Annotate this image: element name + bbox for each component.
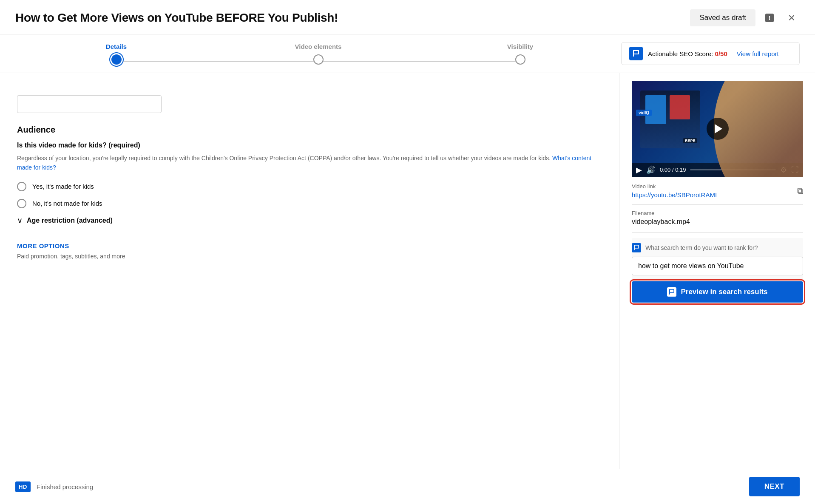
- processing-status: Finished processing: [37, 483, 93, 490]
- step2-label: Video elements: [295, 43, 342, 50]
- radio-no-label: No, it's not made for kids: [32, 200, 102, 207]
- modal-header: How to Get More Views on YouTube BEFORE …: [0, 0, 815, 34]
- right-panel: vidIQ REPE ▶ 🔊 0:00 / 0:19 ⚙: [619, 73, 815, 469]
- warning-icon: !: [764, 13, 775, 23]
- video-url-link[interactable]: https://youtu.be/SBPorotRAMI: [632, 191, 717, 198]
- seo-label: Actionable SEO Score: 0/50: [648, 50, 727, 57]
- seo-score: 0/50: [715, 50, 727, 57]
- preview-btn-label: Preview in search results: [681, 288, 767, 296]
- svg-marker-4: [634, 245, 639, 250]
- filename-label: Filename: [632, 210, 803, 216]
- steps-bar: Details Video elements Visibility: [0, 34, 815, 73]
- more-options-description: Paid promotion, tags, subtitles, and mor…: [17, 253, 602, 260]
- left-panel: Audience Is this video made for kids? (r…: [0, 73, 619, 469]
- step1-label: Details: [106, 43, 127, 50]
- svg-text:!: !: [769, 14, 771, 21]
- radio-yes-option[interactable]: Yes, it's made for kids: [17, 182, 602, 191]
- svg-marker-2: [633, 51, 639, 57]
- volume-control-button[interactable]: 🔊: [646, 165, 656, 175]
- modal-container: How to Get More Views on YouTube BEFORE …: [0, 0, 815, 504]
- step-details[interactable]: Details: [15, 43, 217, 65]
- video-info-section: Video link https://youtu.be/SBPorotRAMI …: [632, 177, 803, 303]
- step-line-2: [318, 61, 520, 62]
- kids-question: Is this video made for kids? (required): [17, 142, 602, 149]
- seo-flag-icon: [632, 50, 640, 57]
- preview-flag-icon: [669, 289, 675, 295]
- seo-search-hint: What search term do you want to rank for…: [645, 244, 758, 251]
- more-options-button[interactable]: MORE OPTIONS: [17, 242, 69, 249]
- play-button-overlay[interactable]: [707, 118, 729, 140]
- modal-body: Audience Is this video made for kids? (r…: [0, 73, 815, 469]
- next-button[interactable]: NEXT: [749, 477, 800, 496]
- step3-circle: [515, 54, 525, 65]
- audience-section-title: Audience: [17, 125, 602, 135]
- chevron-down-icon: ∨: [17, 216, 23, 225]
- video-link-row: Video link https://youtu.be/SBPorotRAMI …: [632, 183, 803, 205]
- modal-title: How to Get More Views on YouTube BEFORE …: [15, 11, 338, 25]
- product-box-2: [670, 95, 690, 119]
- play-triangle-icon: [715, 124, 722, 133]
- warning-button[interactable]: !: [761, 10, 778, 26]
- seo-search-input[interactable]: [632, 257, 803, 275]
- close-icon: ×: [788, 12, 795, 24]
- footer-left: HD Finished processing: [15, 481, 93, 492]
- preview-icon: [667, 287, 676, 297]
- vidiq-text-overlay: vidIQ: [636, 110, 652, 116]
- play-control-button[interactable]: ▶: [636, 165, 642, 175]
- copy-url-button[interactable]: ⧉: [797, 186, 803, 196]
- header-actions: Saved as draft ! ×: [690, 9, 800, 26]
- step2-circle: [313, 54, 324, 65]
- radio-yes-circle: [17, 182, 26, 191]
- time-display: 0:00 / 0:19: [660, 167, 686, 173]
- seo-view-report-link[interactable]: View full report: [737, 50, 779, 57]
- age-restriction-toggle[interactable]: ∨ Age restriction (advanced): [17, 216, 602, 225]
- seo-search-section: What search term do you want to rank for…: [632, 238, 803, 303]
- seo-mini-icon: [632, 243, 641, 252]
- hd-badge: HD: [15, 481, 31, 492]
- close-button[interactable]: ×: [784, 10, 800, 26]
- step-line-1: [116, 61, 318, 62]
- radio-yes-label: Yes, it's made for kids: [32, 183, 94, 190]
- step1-circle: [111, 54, 122, 65]
- seo-small-flag-icon: [633, 245, 639, 251]
- video-thumbnail: vidIQ REPE ▶ 🔊 0:00 / 0:19 ⚙: [632, 81, 803, 177]
- video-label-repe: REPE: [683, 138, 697, 143]
- coppa-description: Regardless of your location, you're lega…: [17, 153, 602, 173]
- step3-label: Visibility: [507, 43, 533, 50]
- radio-no-circle: [17, 199, 26, 208]
- filename-value: videoplayback.mp4: [632, 218, 803, 226]
- text-input-field[interactable]: [17, 95, 162, 113]
- seo-search-label: What search term do you want to rank for…: [632, 238, 803, 252]
- modal-footer: HD Finished processing NEXT: [0, 469, 815, 504]
- seo-icon: [629, 47, 643, 60]
- preview-search-results-button[interactable]: Preview in search results: [632, 281, 803, 303]
- svg-marker-6: [670, 289, 674, 294]
- video-link-group: Video link https://youtu.be/SBPorotRAMI: [632, 183, 717, 199]
- video-link-label: Video link: [632, 183, 717, 190]
- radio-no-option[interactable]: No, it's not made for kids: [17, 199, 602, 208]
- copy-icon: ⧉: [797, 186, 803, 195]
- age-restriction-label: Age restriction (advanced): [27, 217, 113, 224]
- divider: [632, 232, 803, 233]
- input-area-spacer: [17, 87, 602, 95]
- steps-container: Details Video elements Visibility: [15, 43, 621, 72]
- seo-score-box: Actionable SEO Score: 0/50 View full rep…: [621, 42, 800, 65]
- saved-draft-button[interactable]: Saved as draft: [690, 9, 755, 26]
